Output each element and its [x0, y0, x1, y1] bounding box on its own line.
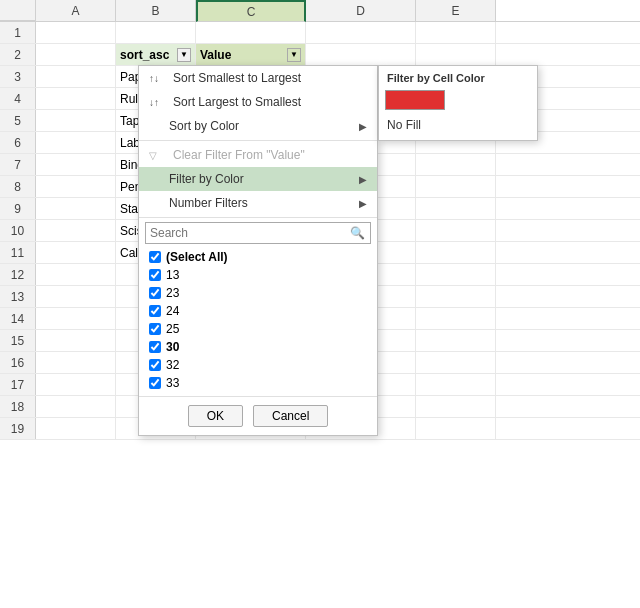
- cancel-button[interactable]: Cancel: [253, 405, 328, 427]
- checkbox-33-label: 33: [166, 376, 179, 390]
- row-header-16: 16: [0, 352, 36, 373]
- spreadsheet: A B C D E 1 2 sort_asc ▼ Value ▼: [0, 0, 640, 608]
- row-header-19: 19: [0, 418, 36, 439]
- cell-11a: [36, 242, 116, 263]
- cell-10e: [416, 220, 496, 241]
- checkbox-13[interactable]: 13: [145, 266, 371, 284]
- cell-1a: [36, 22, 116, 43]
- checkbox-32-input[interactable]: [149, 359, 161, 371]
- row-header-15: 15: [0, 330, 36, 351]
- number-filters-arrow: ▶: [359, 198, 367, 209]
- bottom-buttons: OK Cancel: [139, 396, 377, 435]
- cell-7a: [36, 154, 116, 175]
- cell-1e: [416, 22, 496, 43]
- sort-desc-item[interactable]: ↓↑ Sort Largest to Smallest: [139, 90, 377, 114]
- col-header-d: D: [306, 0, 416, 22]
- col-header-b: B: [116, 0, 196, 22]
- row-header-11: 11: [0, 242, 36, 263]
- number-filters-label: Number Filters: [169, 196, 248, 210]
- cell-2d: [306, 44, 416, 65]
- cell-9a: [36, 198, 116, 219]
- sort-color-label: Sort by Color: [169, 119, 239, 133]
- cell-7e: [416, 154, 496, 175]
- cell-5a: [36, 110, 116, 131]
- filter-color-label: Filter by Color: [169, 172, 244, 186]
- clear-filter-item[interactable]: ▽ Clear Filter From "Value": [139, 143, 377, 167]
- row-header-4: 4: [0, 88, 36, 109]
- cell-11e: [416, 242, 496, 263]
- value-filter-button[interactable]: ▼: [287, 48, 301, 62]
- row-header-3: 3: [0, 66, 36, 87]
- cell-2e: [416, 44, 496, 65]
- sort-desc-label: Sort Largest to Smallest: [173, 95, 301, 109]
- cell-1b: [116, 22, 196, 43]
- search-input[interactable]: [146, 223, 345, 243]
- checkbox-13-input[interactable]: [149, 269, 161, 281]
- checkbox-30-label: 30: [166, 340, 179, 354]
- checkbox-32-label: 32: [166, 358, 179, 372]
- row-header-13: 13: [0, 286, 36, 307]
- checkbox-30-input[interactable]: [149, 341, 161, 353]
- checkbox-33[interactable]: 33: [145, 374, 371, 392]
- search-container: 🔍: [145, 222, 371, 244]
- number-filters-item[interactable]: Number Filters ▶: [139, 191, 377, 215]
- row-header-5: 5: [0, 110, 36, 131]
- row-header-1: 1: [0, 22, 36, 43]
- filter-by-color-item[interactable]: Filter by Color ▶: [139, 167, 377, 191]
- cell-3a: [36, 66, 116, 87]
- cell-4a: [36, 88, 116, 109]
- row-header-6: 6: [0, 132, 36, 153]
- sort-asc-icon: ↑↓: [149, 73, 169, 84]
- cell-2a: [36, 44, 116, 65]
- checkbox-30[interactable]: 30: [145, 338, 371, 356]
- corner-cell: [0, 0, 36, 21]
- menu-separator-2: [139, 217, 377, 218]
- checkbox-25-label: 25: [166, 322, 179, 336]
- cell-2c: Value ▼: [196, 44, 306, 65]
- grid-row-2: 2 sort_asc ▼ Value ▼: [0, 44, 640, 66]
- sort-desc-icon: ↓↑: [149, 97, 169, 108]
- row-header-7: 7: [0, 154, 36, 175]
- cell-10a: [36, 220, 116, 241]
- checkbox-select-all[interactable]: (Select All): [145, 248, 371, 266]
- checkbox-select-all-input[interactable]: [149, 251, 161, 263]
- row-header-2: 2: [0, 44, 36, 65]
- checkbox-23[interactable]: 23: [145, 284, 371, 302]
- row-header-8: 8: [0, 176, 36, 197]
- ok-button[interactable]: OK: [188, 405, 243, 427]
- col-header-e: E: [416, 0, 496, 22]
- row-header-10: 10: [0, 220, 36, 241]
- sort-asc-label: Sort Smallest to Largest: [173, 71, 301, 85]
- cell-9e: [416, 198, 496, 219]
- no-fill-option[interactable]: No Fill: [385, 116, 531, 134]
- sort-color-arrow: ▶: [359, 121, 367, 132]
- value-header-label: Value: [200, 48, 231, 62]
- col-header-a: A: [36, 0, 116, 22]
- submenu-title: Filter by Cell Color: [385, 72, 531, 84]
- cell-8e: [416, 176, 496, 197]
- dropdown-menu: ↑↓ Sort Smallest to Largest ↓↑ Sort Larg…: [138, 65, 378, 436]
- checkbox-25[interactable]: 25: [145, 320, 371, 338]
- text-header-label: sort_asc: [120, 48, 169, 62]
- search-icon: 🔍: [345, 223, 370, 243]
- red-color-swatch[interactable]: [385, 90, 445, 110]
- checkbox-33-input[interactable]: [149, 377, 161, 389]
- menu-separator-1: [139, 140, 377, 141]
- checkbox-23-input[interactable]: [149, 287, 161, 299]
- text-filter-button[interactable]: ▼: [177, 48, 191, 62]
- clear-filter-icon: ▽: [149, 150, 169, 161]
- filter-color-arrow: ▶: [359, 174, 367, 185]
- checkbox-32[interactable]: 32: [145, 356, 371, 374]
- row-header-14: 14: [0, 308, 36, 329]
- col-header-c: C: [196, 0, 306, 22]
- sort-asc-item[interactable]: ↑↓ Sort Smallest to Largest: [139, 66, 377, 90]
- checkbox-24-label: 24: [166, 304, 179, 318]
- sort-color-item[interactable]: Sort by Color ▶: [139, 114, 377, 138]
- checkbox-25-input[interactable]: [149, 323, 161, 335]
- checkbox-24-input[interactable]: [149, 305, 161, 317]
- clear-filter-label: Clear Filter From "Value": [173, 148, 305, 162]
- checkbox-13-label: 13: [166, 268, 179, 282]
- cell-2b: sort_asc ▼: [116, 44, 196, 65]
- row-header-9: 9: [0, 198, 36, 219]
- checkbox-24[interactable]: 24: [145, 302, 371, 320]
